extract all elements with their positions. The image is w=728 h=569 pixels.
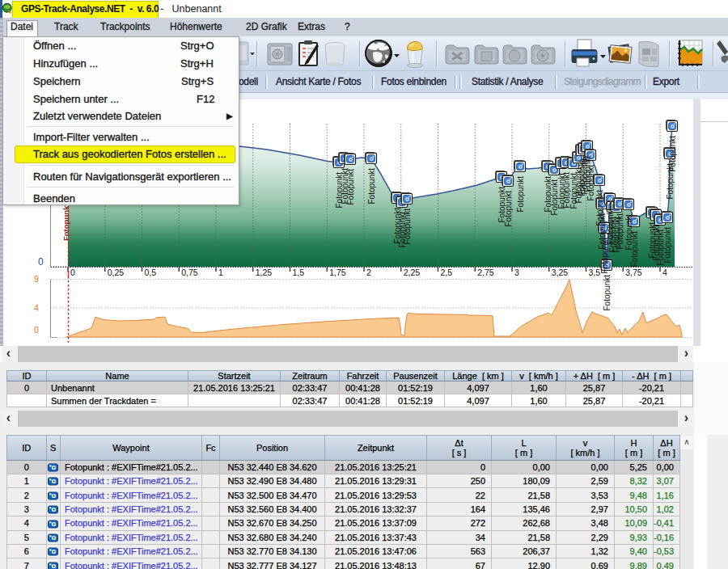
- svg-text:3: 3: [514, 268, 519, 277]
- svg-text:2: 2: [366, 268, 371, 277]
- svg-text:1,5: 1,5: [293, 268, 305, 277]
- svg-text:Fotopunkt: Fotopunkt: [663, 227, 672, 263]
- svg-text:9: 9: [34, 274, 39, 284]
- svg-text:Fotopunkt: Fotopunkt: [630, 231, 639, 268]
- svg-text:3,5: 3,5: [589, 268, 601, 277]
- svg-text:Fotopunkt: Fotopunkt: [403, 209, 412, 245]
- svg-text:Fotopunkt: Fotopunkt: [603, 275, 612, 311]
- svg-text:Fotopunkt: Fotopunkt: [516, 176, 525, 213]
- svg-text:1: 1: [218, 268, 223, 277]
- svg-text:1,25: 1,25: [256, 268, 273, 277]
- svg-text:3,75: 3,75: [625, 268, 642, 277]
- svg-text:Fotopunkt: Fotopunkt: [504, 191, 513, 227]
- svg-text:2,5: 2,5: [441, 268, 453, 277]
- svg-text:0: 0: [70, 268, 75, 277]
- svg-text:0: 0: [38, 256, 44, 268]
- svg-text:4: 4: [662, 268, 667, 277]
- svg-text:2,25: 2,25: [404, 268, 421, 277]
- svg-text:Fotopunkt: Fotopunkt: [61, 203, 70, 241]
- svg-text:1,75: 1,75: [329, 268, 346, 277]
- svg-text:0,5: 0,5: [145, 268, 157, 277]
- svg-text:Fotopunkt: Fotopunkt: [668, 136, 677, 172]
- svg-text:0,75: 0,75: [181, 268, 198, 277]
- svg-text:Fotopunkt: Fotopunkt: [616, 213, 624, 250]
- svg-text:Fotopunkt: Fotopunkt: [346, 169, 355, 205]
- svg-text:0: 0: [34, 325, 39, 335]
- svg-text:4: 4: [34, 303, 39, 313]
- svg-text:0,25: 0,25: [108, 268, 125, 277]
- svg-text:Fotopunkt: Fotopunkt: [586, 165, 595, 201]
- svg-text:3,25: 3,25: [552, 268, 569, 277]
- svg-text:2,75: 2,75: [477, 268, 494, 277]
- svg-text:Fotopunkt: Fotopunkt: [367, 168, 376, 204]
